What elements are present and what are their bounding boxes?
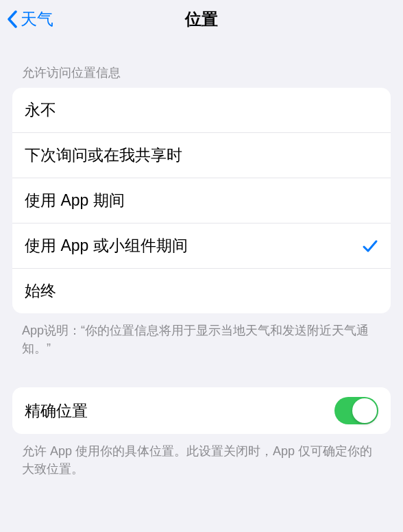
back-label: 天气: [21, 8, 53, 30]
option-label: 永不: [25, 99, 56, 121]
navigation-header: 天气 位置: [0, 0, 403, 38]
option-label: 下次询问或在我共享时: [25, 145, 182, 166]
precise-location-row: 精确位置: [12, 387, 391, 434]
option-label: 使用 App 或小组件期间: [25, 235, 188, 256]
page-title: 位置: [185, 8, 218, 30]
option-never[interactable]: 永不: [12, 88, 391, 132]
precise-location-toggle[interactable]: [334, 397, 378, 424]
option-while-using[interactable]: 使用 App 期间: [12, 178, 391, 223]
section-header-location-access: 允许访问位置信息: [0, 38, 403, 88]
option-while-using-or-widgets[interactable]: 使用 App 或小组件期间: [12, 223, 391, 268]
option-always[interactable]: 始终: [12, 268, 391, 313]
checkmark-icon: [362, 238, 378, 254]
option-label: 始终: [25, 280, 56, 302]
location-access-options: 永不 下次询问或在我共享时 使用 App 期间 使用 App 或小组件期间 始终: [12, 88, 391, 313]
section-footer-precise-location: 允许 App 使用你的具体位置。此设置关闭时，App 仅可确定你的大致位置。: [0, 434, 403, 478]
spacer: [0, 357, 403, 387]
toggle-knob: [352, 398, 377, 423]
option-label: 使用 App 期间: [25, 190, 125, 211]
chevron-left-icon: [7, 10, 18, 28]
back-button[interactable]: 天气: [7, 8, 53, 30]
precise-location-label: 精确位置: [25, 400, 88, 422]
section-footer-app-explanation: App说明：“你的位置信息将用于显示当地天气和发送附近天气通知。”: [0, 313, 403, 357]
option-ask-next-time[interactable]: 下次询问或在我共享时: [12, 132, 391, 178]
precise-location-group: 精确位置: [12, 387, 391, 434]
